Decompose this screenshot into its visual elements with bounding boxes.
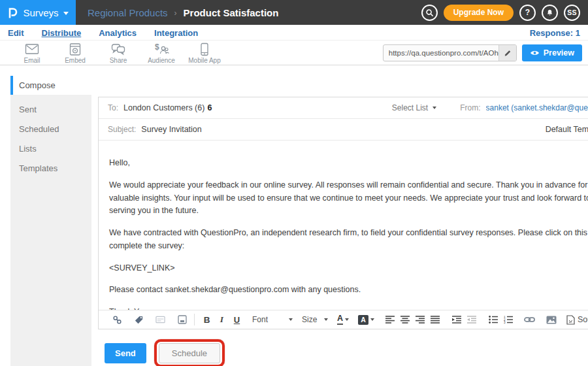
increase-indent-button[interactable] bbox=[450, 312, 463, 327]
align-center-button[interactable] bbox=[399, 312, 411, 327]
to-value[interactable]: London Customers (6) bbox=[123, 103, 204, 112]
subject-label: Subject: bbox=[108, 125, 136, 134]
italic-button[interactable]: I bbox=[216, 312, 228, 327]
caret-down-icon bbox=[289, 318, 293, 321]
to-label: To: bbox=[108, 103, 118, 112]
caret-down-icon bbox=[324, 318, 328, 321]
response-count[interactable]: Response: 1 bbox=[530, 28, 580, 38]
pencil-icon bbox=[504, 49, 512, 57]
toolbar-divider bbox=[194, 314, 195, 325]
audience-icon: $ bbox=[153, 42, 170, 56]
survey-url-text[interactable]: https://qa.questionpro.com/t/AOhoVZfqml bbox=[384, 45, 498, 61]
image-icon bbox=[546, 316, 557, 324]
template-dropdown[interactable]: Default Template bbox=[546, 125, 588, 134]
topbar-actions: Upgrade Now ? SS bbox=[421, 5, 588, 21]
send-button[interactable]: Send bbox=[105, 343, 146, 363]
font-family-dropdown[interactable]: Font bbox=[252, 315, 293, 324]
insert-survey-link-button[interactable] bbox=[111, 312, 123, 327]
sidebar-item-compose[interactable]: Compose bbox=[10, 76, 91, 95]
chain-link-icon bbox=[112, 315, 122, 325]
share-icon bbox=[110, 42, 126, 56]
body-paragraph: We would appreciate your feedback in our… bbox=[109, 179, 588, 218]
body-paragraph: <SURVEY_LINK> bbox=[109, 262, 588, 275]
notifications-button[interactable] bbox=[542, 5, 558, 21]
sidebar-item-sent[interactable]: Sent bbox=[10, 100, 91, 119]
caret-down-icon bbox=[370, 318, 374, 321]
tab-analytics[interactable]: Analytics bbox=[99, 28, 137, 38]
background-color-button[interactable]: A bbox=[358, 315, 374, 325]
channel-embed[interactable]: Embed bbox=[54, 42, 97, 64]
tag-icon bbox=[134, 315, 144, 325]
bullet-list-button[interactable] bbox=[487, 312, 499, 327]
compose-main: To: London Customers (6) 6 Select List F… bbox=[91, 65, 588, 366]
schedule-button[interactable]: Schedule bbox=[159, 343, 220, 363]
font-size-dropdown[interactable]: Size bbox=[302, 315, 328, 324]
justify-icon bbox=[431, 316, 440, 324]
svg-text:3: 3 bbox=[504, 321, 506, 324]
bullet-list-icon bbox=[489, 316, 498, 324]
tab-edit[interactable]: Edit bbox=[8, 28, 24, 38]
bell-icon bbox=[546, 8, 554, 17]
text-color-button[interactable]: A bbox=[337, 314, 349, 324]
select-list-label: Select List bbox=[392, 103, 428, 112]
sidebar-item-scheduled[interactable]: Scheduled bbox=[10, 120, 91, 139]
channel-mobile-app[interactable]: Mobile App bbox=[183, 42, 226, 64]
align-left-icon bbox=[385, 316, 395, 324]
align-left-button[interactable] bbox=[384, 312, 396, 327]
from-value[interactable]: sanket (sanket.shekdar@ques... bbox=[486, 103, 588, 112]
decrease-indent-button[interactable] bbox=[465, 312, 478, 327]
email-sidebar: Compose Sent Scheduled Lists Templates bbox=[10, 65, 91, 366]
sidebar-item-templates[interactable]: Templates bbox=[10, 159, 91, 178]
justify-button[interactable] bbox=[429, 312, 441, 327]
subject-value[interactable]: Survey Invitation bbox=[141, 125, 201, 134]
breadcrumb: Regional Products › Product Satisfaction bbox=[88, 7, 278, 18]
chevron-down-icon bbox=[63, 12, 69, 15]
insert-tag-button[interactable] bbox=[133, 312, 145, 327]
numbered-list-button[interactable]: 123 bbox=[502, 312, 514, 327]
survey-nav: Edit Distribute Analytics Integration Re… bbox=[0, 25, 588, 40]
select-list-dropdown[interactable]: Select List bbox=[392, 103, 436, 112]
channel-share[interactable]: Share bbox=[97, 42, 140, 64]
surveys-menu[interactable]: Surveys bbox=[0, 0, 76, 25]
template-value: Default Template bbox=[546, 125, 588, 134]
email-icon bbox=[24, 42, 40, 56]
source-button[interactable]: Source bbox=[566, 315, 588, 325]
editor-toolbar: B I U Font Size A bbox=[99, 310, 588, 329]
user-avatar[interactable]: SS bbox=[564, 5, 580, 21]
bold-button[interactable]: B bbox=[201, 312, 213, 327]
help-button[interactable]: ? bbox=[519, 5, 536, 21]
insert-card-button[interactable] bbox=[154, 312, 167, 327]
channel-label: Email bbox=[24, 57, 40, 64]
top-bar: Surveys Regional Products › Product Sati… bbox=[0, 0, 588, 25]
underline-button[interactable]: U bbox=[231, 312, 243, 327]
ribbon-right: https://qa.questionpro.com/t/AOhoVZfqml … bbox=[383, 44, 588, 61]
insert-image-button[interactable] bbox=[545, 312, 557, 327]
align-center-icon bbox=[400, 316, 410, 324]
email-body-editor[interactable]: Hello, We would appreciate your feedback… bbox=[99, 141, 588, 310]
preview-button[interactable]: Preview bbox=[522, 44, 582, 61]
breadcrumb-parent[interactable]: Regional Products bbox=[88, 7, 168, 18]
upgrade-now-button[interactable]: Upgrade Now bbox=[444, 5, 514, 21]
channel-label: Share bbox=[110, 57, 127, 64]
from-label: From: bbox=[460, 103, 480, 112]
caret-down-icon bbox=[433, 107, 436, 109]
tab-distribute[interactable]: Distribute bbox=[42, 28, 82, 38]
align-right-button[interactable] bbox=[414, 312, 426, 327]
caret-down-icon bbox=[345, 318, 349, 321]
insert-button-element-button[interactable] bbox=[176, 312, 188, 327]
channel-email[interactable]: Email bbox=[10, 42, 54, 64]
survey-url-field[interactable]: https://qa.questionpro.com/t/AOhoVZfqml bbox=[383, 44, 517, 61]
sidebar-rest: Sent Scheduled Lists Templates bbox=[10, 95, 91, 366]
sidebar-item-lists[interactable]: Lists bbox=[10, 139, 91, 158]
recipient-count[interactable]: 6 bbox=[207, 103, 212, 112]
questionpro-logo-icon bbox=[7, 6, 18, 19]
search-button[interactable] bbox=[421, 5, 438, 21]
text-color-icon: A bbox=[337, 314, 343, 324]
to-row: To: London Customers (6) 6 Select List F… bbox=[99, 97, 588, 119]
edit-url-button[interactable] bbox=[498, 45, 516, 61]
insert-link-button[interactable] bbox=[523, 312, 536, 327]
body-paragraph: We have contracted with QuestionPro, an … bbox=[109, 227, 588, 253]
tab-integration[interactable]: Integration bbox=[154, 28, 198, 38]
channel-audience[interactable]: $ Audience bbox=[140, 42, 183, 64]
channel-label: Embed bbox=[65, 57, 86, 64]
